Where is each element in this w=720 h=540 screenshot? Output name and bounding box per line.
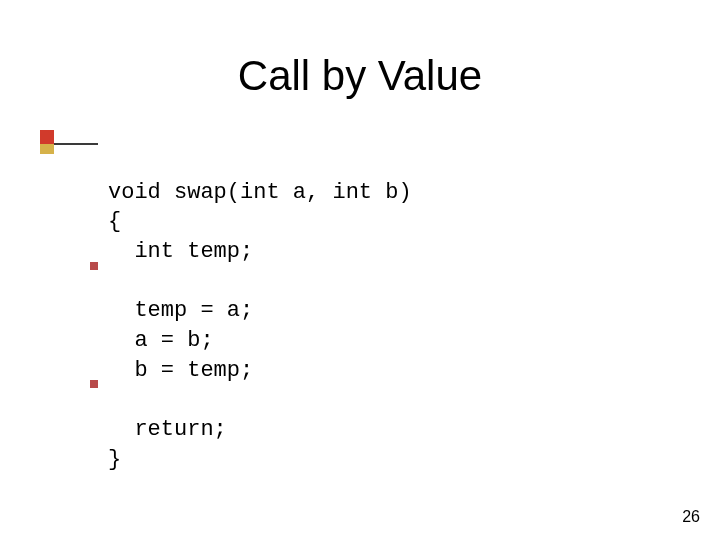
code-line-3: int temp; [108, 239, 253, 264]
page-number: 26 [682, 508, 700, 526]
code-line-2: { [108, 209, 121, 234]
deco-gold-square [40, 144, 54, 154]
slide-title: Call by Value [0, 52, 720, 100]
code-line-9: return; [108, 417, 227, 442]
code-line-7: b = temp; [108, 358, 253, 383]
code-line-1: void swap(int a, int b) [108, 180, 412, 205]
bullet-2 [90, 380, 98, 388]
code-line-10: } [108, 447, 121, 472]
code-line-6: a = b; [108, 328, 214, 353]
deco-red-square [40, 130, 54, 144]
deco-line [54, 143, 98, 145]
title-decoration [40, 130, 96, 158]
code-line-5: temp = a; [108, 298, 253, 323]
code-block: void swap(int a, int b) { int temp; temp… [108, 148, 412, 475]
bullet-1 [90, 262, 98, 270]
